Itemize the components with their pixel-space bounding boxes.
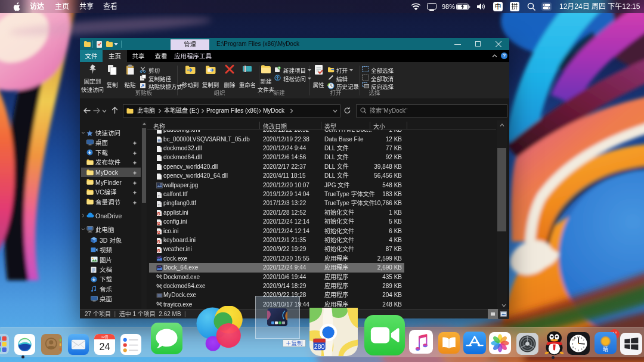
svg-text:280: 280 [314,343,325,350]
svg-text:T: T [158,202,160,206]
svg-text:晴: 晴 [603,345,608,353]
svg-text:11: 11 [574,336,577,339]
svg-text:12月: 12月 [101,335,109,339]
svg-text:T: T [158,193,160,197]
svg-text:24: 24 [100,341,110,352]
